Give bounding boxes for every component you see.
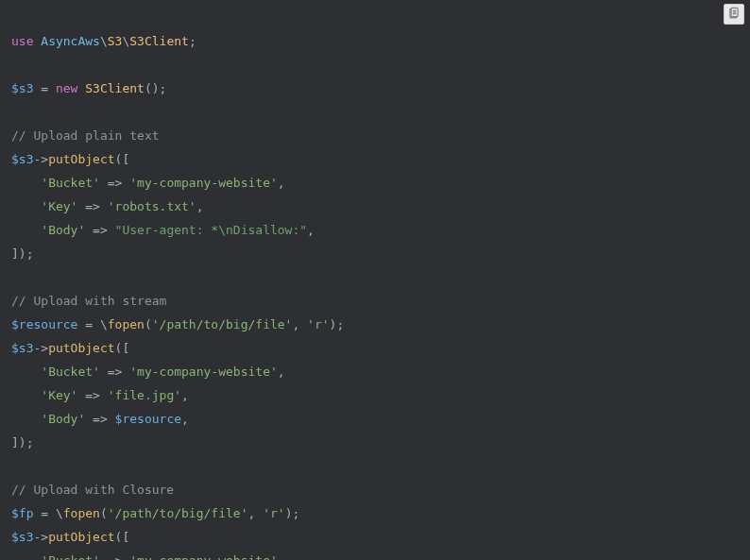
code-line: $resource = \fopen('/path/to/big/file', …: [11, 317, 344, 331]
code-content: use AsyncAws\S3\S3Client; $s3 = new S3Cl…: [11, 34, 344, 560]
code-line: $s3->putObject([: [11, 152, 129, 166]
code-line: $s3 = new S3Client();: [11, 81, 166, 95]
code-line: $s3->putObject([: [11, 530, 129, 544]
code-line: // Upload plain text: [11, 128, 160, 143]
code-block[interactable]: use AsyncAws\S3\S3Client; $s3 = new S3Cl…: [0, 0, 750, 560]
code-line: 'Key' => 'file.jpg',: [11, 388, 189, 402]
code-line: // Upload with Closure: [11, 483, 174, 497]
code-line: 'Bucket' => 'my-company-website',: [11, 365, 285, 379]
code-line: 'Bucket' => 'my-company-website',: [11, 553, 285, 560]
code-line: 'Body' => "User-agent: *\nDisallow:",: [11, 223, 315, 237]
copy-code-button[interactable]: [724, 4, 744, 25]
clipboard-icon: [727, 3, 741, 26]
code-line: 'Body' => $resource,: [11, 412, 189, 426]
code-line: ]);: [11, 435, 33, 450]
code-line: 'Key' => 'robots.txt',: [11, 199, 204, 213]
code-line: $fp = \fopen('/path/to/big/file', 'r');: [11, 506, 299, 520]
code-line: 'Bucket' => 'my-company-website',: [11, 176, 285, 190]
code-line: // Upload with stream: [11, 294, 166, 308]
code-line: use AsyncAws\S3\S3Client;: [11, 34, 196, 48]
code-line: $s3->putObject([: [11, 341, 129, 355]
code-line: ]);: [11, 246, 33, 261]
